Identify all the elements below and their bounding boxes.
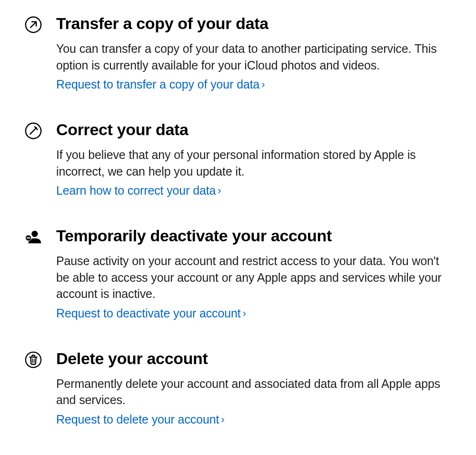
trash-circle-icon	[24, 350, 43, 369]
section-description: If you believe that any of your personal…	[56, 147, 446, 179]
section-description: Pause activity on your account and restr…	[56, 253, 446, 302]
svg-point-5	[31, 231, 38, 237]
person-deactivate-icon	[24, 228, 43, 247]
chevron-right-icon: ›	[243, 307, 246, 321]
deactivate-account-link[interactable]: Request to deactivate your account›	[56, 305, 246, 322]
svg-line-1	[30, 22, 36, 27]
section-title: Temporarily deactivate your account	[56, 227, 446, 245]
delete-account-link[interactable]: Request to delete your account›	[56, 411, 225, 428]
link-label: Request to deactivate your account	[56, 307, 241, 320]
section-content: Correct your data If you believe that an…	[56, 120, 446, 199]
section-transfer-data: Transfer a copy of your data You can tra…	[24, 14, 452, 93]
section-content: Delete your account Permanently delete y…	[56, 349, 446, 428]
chevron-right-icon: ›	[261, 78, 265, 92]
pencil-circle-icon	[24, 121, 43, 140]
section-delete-account: Delete your account Permanently delete y…	[24, 349, 452, 428]
section-content: Transfer a copy of your data You can tra…	[56, 14, 446, 93]
svg-point-9	[26, 352, 41, 367]
chevron-right-icon: ›	[218, 184, 221, 198]
transfer-data-link[interactable]: Request to transfer a copy of your data›	[56, 76, 265, 93]
section-correct-data: Correct your data If you believe that an…	[24, 120, 452, 199]
svg-line-3	[30, 128, 36, 134]
section-title: Correct your data	[56, 120, 446, 139]
chevron-right-icon: ›	[221, 413, 224, 427]
link-label: Learn how to correct your data	[56, 184, 216, 197]
svg-rect-8	[27, 237, 30, 238]
section-content: Temporarily deactivate your account Paus…	[56, 227, 446, 322]
section-description: Permanently delete your account and asso…	[56, 376, 446, 408]
arrow-up-right-circle-icon	[24, 15, 43, 34]
link-label: Request to transfer a copy of your data	[56, 78, 259, 91]
section-title: Transfer a copy of your data	[56, 14, 446, 33]
section-deactivate-account: Temporarily deactivate your account Paus…	[24, 227, 452, 322]
correct-data-link[interactable]: Learn how to correct your data›	[56, 182, 221, 199]
section-description: You can transfer a copy of your data to …	[56, 40, 446, 73]
section-title: Delete your account	[56, 349, 446, 368]
link-label: Request to delete your account	[56, 413, 219, 426]
